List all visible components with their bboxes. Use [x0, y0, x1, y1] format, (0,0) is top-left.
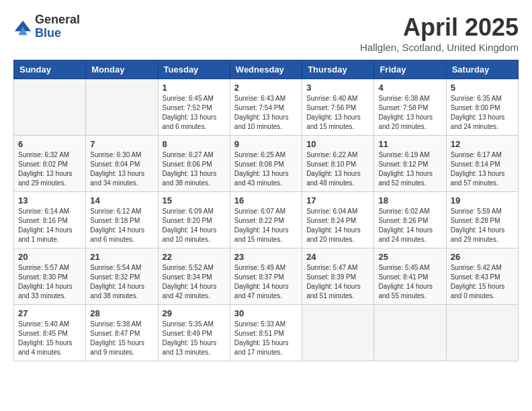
- calendar-cell: 22Sunrise: 5:52 AM Sunset: 8:34 PM Dayli…: [158, 248, 230, 305]
- day-info: Sunrise: 6:30 AM Sunset: 8:04 PM Dayligh…: [90, 150, 153, 188]
- calendar-cell: 28Sunrise: 5:38 AM Sunset: 8:47 PM Dayli…: [86, 305, 158, 361]
- weekday-header-sunday: Sunday: [14, 60, 86, 79]
- logo-blue-text: Blue: [35, 27, 80, 40]
- day-number: 18: [378, 195, 441, 205]
- day-info: Sunrise: 6:27 AM Sunset: 8:06 PM Dayligh…: [163, 150, 226, 188]
- day-number: 3: [306, 83, 369, 93]
- weekday-header-row: SundayMondayTuesdayWednesdayThursdayFrid…: [14, 60, 519, 79]
- day-info: Sunrise: 6:19 AM Sunset: 8:12 PM Dayligh…: [378, 150, 441, 188]
- calendar-cell: 29Sunrise: 5:35 AM Sunset: 8:49 PM Dayli…: [158, 305, 230, 361]
- calendar-cell: 9Sunrise: 6:25 AM Sunset: 8:08 PM Daylig…: [230, 136, 302, 192]
- day-info: Sunrise: 5:57 AM Sunset: 8:30 PM Dayligh…: [18, 263, 81, 301]
- calendar-cell: [86, 79, 158, 136]
- calendar-cell: 8Sunrise: 6:27 AM Sunset: 8:06 PM Daylig…: [158, 136, 230, 192]
- day-info: Sunrise: 6:35 AM Sunset: 8:00 PM Dayligh…: [451, 94, 514, 132]
- day-number: 16: [234, 195, 298, 205]
- location-text: Hallglen, Scotland, United Kingdom: [360, 42, 519, 53]
- day-number: 25: [378, 252, 441, 262]
- calendar-cell: 14Sunrise: 6:12 AM Sunset: 8:18 PM Dayli…: [86, 192, 158, 248]
- logo: General Blue: [13, 13, 80, 40]
- day-number: 7: [90, 139, 153, 149]
- day-number: 9: [234, 139, 298, 149]
- calendar-cell: [14, 79, 86, 136]
- calendar-cell: 23Sunrise: 5:49 AM Sunset: 8:37 PM Dayli…: [230, 248, 302, 305]
- calendar-cell: 3Sunrise: 6:40 AM Sunset: 7:56 PM Daylig…: [302, 79, 374, 136]
- day-number: 8: [163, 139, 226, 149]
- calendar-cell: 19Sunrise: 5:59 AM Sunset: 8:28 PM Dayli…: [446, 192, 518, 248]
- day-number: 12: [451, 139, 514, 149]
- day-number: 28: [90, 308, 153, 318]
- day-info: Sunrise: 6:43 AM Sunset: 7:54 PM Dayligh…: [234, 94, 298, 132]
- page-header: General Blue April 2025 Hallglen, Scotla…: [13, 13, 519, 53]
- day-number: 5: [451, 83, 514, 93]
- day-number: 11: [378, 139, 441, 149]
- day-number: 4: [378, 83, 441, 93]
- calendar-cell: 1Sunrise: 6:45 AM Sunset: 7:52 PM Daylig…: [158, 79, 230, 136]
- calendar-cell: 11Sunrise: 6:19 AM Sunset: 8:12 PM Dayli…: [374, 136, 446, 192]
- day-number: 29: [163, 308, 226, 318]
- day-info: Sunrise: 5:40 AM Sunset: 8:45 PM Dayligh…: [18, 320, 81, 357]
- day-info: Sunrise: 6:40 AM Sunset: 7:56 PM Dayligh…: [306, 94, 369, 132]
- calendar-week-row: 20Sunrise: 5:57 AM Sunset: 8:30 PM Dayli…: [14, 248, 519, 305]
- day-info: Sunrise: 6:45 AM Sunset: 7:52 PM Dayligh…: [163, 94, 226, 132]
- day-info: Sunrise: 6:09 AM Sunset: 8:20 PM Dayligh…: [163, 207, 226, 244]
- calendar-cell: 5Sunrise: 6:35 AM Sunset: 8:00 PM Daylig…: [446, 79, 518, 136]
- day-info: Sunrise: 5:38 AM Sunset: 8:47 PM Dayligh…: [90, 320, 153, 357]
- day-info: Sunrise: 5:59 AM Sunset: 8:28 PM Dayligh…: [451, 207, 514, 244]
- day-number: 15: [163, 195, 226, 205]
- day-number: 26: [451, 252, 514, 262]
- day-info: Sunrise: 5:33 AM Sunset: 8:51 PM Dayligh…: [234, 320, 298, 357]
- calendar-cell: 20Sunrise: 5:57 AM Sunset: 8:30 PM Dayli…: [14, 248, 86, 305]
- calendar-cell: 17Sunrise: 6:04 AM Sunset: 8:24 PM Dayli…: [302, 192, 374, 248]
- day-number: 14: [90, 195, 153, 205]
- day-info: Sunrise: 6:32 AM Sunset: 8:02 PM Dayligh…: [18, 150, 81, 188]
- weekday-header-friday: Friday: [374, 60, 446, 79]
- day-number: 22: [163, 252, 226, 262]
- day-info: Sunrise: 5:42 AM Sunset: 8:43 PM Dayligh…: [451, 263, 514, 301]
- day-number: 24: [306, 252, 369, 262]
- day-number: 6: [18, 139, 81, 149]
- calendar-cell: 7Sunrise: 6:30 AM Sunset: 8:04 PM Daylig…: [86, 136, 158, 192]
- month-title: April 2025: [360, 13, 519, 42]
- calendar-cell: [374, 305, 446, 361]
- calendar-cell: 24Sunrise: 5:47 AM Sunset: 8:39 PM Dayli…: [302, 248, 374, 305]
- calendar-cell: 6Sunrise: 6:32 AM Sunset: 8:02 PM Daylig…: [14, 136, 86, 192]
- day-info: Sunrise: 6:25 AM Sunset: 8:08 PM Dayligh…: [234, 150, 298, 188]
- calendar-week-row: 13Sunrise: 6:14 AM Sunset: 8:16 PM Dayli…: [14, 192, 519, 248]
- day-info: Sunrise: 6:17 AM Sunset: 8:14 PM Dayligh…: [451, 150, 514, 188]
- calendar-week-row: 27Sunrise: 5:40 AM Sunset: 8:45 PM Dayli…: [14, 305, 519, 361]
- day-number: 20: [18, 252, 81, 262]
- calendar-cell: [446, 305, 518, 361]
- calendar-cell: 12Sunrise: 6:17 AM Sunset: 8:14 PM Dayli…: [446, 136, 518, 192]
- day-number: 13: [18, 195, 81, 205]
- calendar-week-row: 6Sunrise: 6:32 AM Sunset: 8:02 PM Daylig…: [14, 136, 519, 192]
- calendar-cell: 2Sunrise: 6:43 AM Sunset: 7:54 PM Daylig…: [230, 79, 302, 136]
- day-info: Sunrise: 5:47 AM Sunset: 8:39 PM Dayligh…: [306, 263, 369, 301]
- day-info: Sunrise: 6:04 AM Sunset: 8:24 PM Dayligh…: [306, 207, 369, 244]
- weekday-header-thursday: Thursday: [302, 60, 374, 79]
- weekday-header-wednesday: Wednesday: [230, 60, 302, 79]
- weekday-header-monday: Monday: [86, 60, 158, 79]
- day-number: 10: [306, 139, 369, 149]
- day-info: Sunrise: 6:12 AM Sunset: 8:18 PM Dayligh…: [90, 207, 153, 244]
- calendar-cell: 15Sunrise: 6:09 AM Sunset: 8:20 PM Dayli…: [158, 192, 230, 248]
- calendar-cell: [302, 305, 374, 361]
- day-info: Sunrise: 6:07 AM Sunset: 8:22 PM Dayligh…: [234, 207, 298, 244]
- day-info: Sunrise: 5:35 AM Sunset: 8:49 PM Dayligh…: [163, 320, 226, 357]
- day-info: Sunrise: 6:02 AM Sunset: 8:26 PM Dayligh…: [378, 207, 441, 244]
- day-number: 27: [18, 308, 81, 318]
- calendar-cell: 18Sunrise: 6:02 AM Sunset: 8:26 PM Dayli…: [374, 192, 446, 248]
- day-number: 30: [234, 308, 298, 318]
- calendar-cell: 26Sunrise: 5:42 AM Sunset: 8:43 PM Dayli…: [446, 248, 518, 305]
- calendar-cell: 27Sunrise: 5:40 AM Sunset: 8:45 PM Dayli…: [14, 305, 86, 361]
- weekday-header-saturday: Saturday: [446, 60, 518, 79]
- day-number: 17: [306, 195, 369, 205]
- day-info: Sunrise: 5:52 AM Sunset: 8:34 PM Dayligh…: [163, 263, 226, 301]
- calendar-cell: 30Sunrise: 5:33 AM Sunset: 8:51 PM Dayli…: [230, 305, 302, 361]
- calendar-week-row: 1Sunrise: 6:45 AM Sunset: 7:52 PM Daylig…: [14, 79, 519, 136]
- calendar-cell: 10Sunrise: 6:22 AM Sunset: 8:10 PM Dayli…: [302, 136, 374, 192]
- day-info: Sunrise: 6:38 AM Sunset: 7:58 PM Dayligh…: [378, 94, 441, 132]
- calendar-cell: 13Sunrise: 6:14 AM Sunset: 8:16 PM Dayli…: [14, 192, 86, 248]
- calendar-cell: 16Sunrise: 6:07 AM Sunset: 8:22 PM Dayli…: [230, 192, 302, 248]
- calendar-cell: 21Sunrise: 5:54 AM Sunset: 8:32 PM Dayli…: [86, 248, 158, 305]
